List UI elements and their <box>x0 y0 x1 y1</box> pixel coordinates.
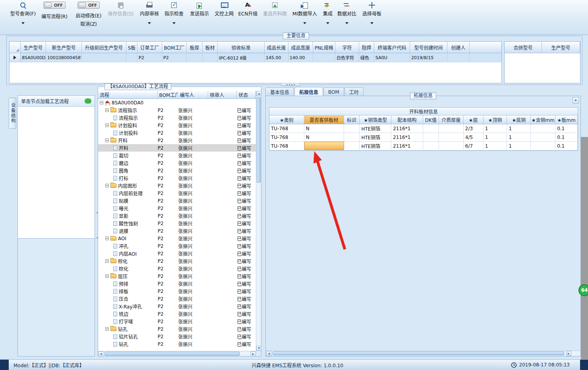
tree-row[interactable]: 层压 P2 张振兴 已编写 <box>98 272 256 280</box>
tree-row[interactable]: 内层AOI P2 张振兴 已编写 <box>98 250 256 257</box>
reselect-cut-drawing-button[interactable]: 重选开料图 <box>261 2 289 17</box>
material-column-header[interactable]: 是否客供板材 <box>304 116 344 124</box>
horizontal-splitter-handle[interactable] <box>280 83 300 86</box>
start-modify-button[interactable]: OFF 启动修改(E) 取消(Z) <box>73 2 104 27</box>
save-info-button[interactable]: 保存信息(S) <box>106 2 136 17</box>
tree-expander-icon[interactable] <box>105 184 109 187</box>
tree-node[interactable]: 钻孔 <box>98 326 158 332</box>
main-info-column-header[interactable]: 成品长度 <box>265 42 288 53</box>
material-cell[interactable]: 2116*1 <box>391 124 423 133</box>
tree-row[interactable]: 冲孔 P2 张振兴 已编写 <box>98 242 256 250</box>
tree-row[interactable]: 裁切 P2 张振兴 已编写 <box>98 152 256 159</box>
material-cell[interactable] <box>344 142 360 150</box>
tree-row[interactable]: 钻孔 P2 张振兴 已编写 <box>98 340 256 348</box>
tree-row[interactable]: 打标 P2 张振兴 已编写 <box>98 174 256 182</box>
tree-node[interactable]: 内层前处理 <box>98 190 158 197</box>
dropdown-arrow-icon[interactable] <box>172 22 176 26</box>
tree-node[interactable]: 排板 <box>98 288 158 295</box>
internal-audit-button[interactable]: 内部审核 <box>137 2 161 26</box>
cancel-button[interactable]: 取消(Z) <box>80 20 97 27</box>
detail-tab[interactable]: 拓展信息 <box>294 87 323 96</box>
dropdown-arrow-icon[interactable] <box>303 22 306 26</box>
tree-row[interactable]: 退膜 P2 张振兴 已编写 <box>98 227 256 235</box>
tab-list-dropdown[interactable] <box>573 97 579 104</box>
tree-vertical-scrollbar[interactable] <box>256 91 261 351</box>
doc-control-button[interactable]: 文控上网 <box>212 2 236 17</box>
tree-expander-icon[interactable] <box>105 259 109 263</box>
tree-row[interactable]: 铣边 P2 张振兴 已编写 <box>98 310 256 318</box>
tree-row[interactable]: 棕化 P2 张振兴 已编写 <box>98 265 256 272</box>
tree-column-header[interactable]: BOM工厂 <box>158 91 178 98</box>
start-modify-toggle[interactable]: OFF <box>77 2 100 9</box>
tree-node[interactable]: 圆角 <box>98 167 158 174</box>
tree-node[interactable]: 8SA0U00DA0 <box>98 100 158 106</box>
tree-node[interactable]: 开料 <box>98 145 158 151</box>
material-cell[interactable]: 4/5 <box>464 133 484 141</box>
main-info-column-header[interactable]: PNL规格 <box>313 42 335 53</box>
tree-node[interactable]: 压合 <box>98 295 158 302</box>
material-cell[interactable]: 1 <box>507 124 531 133</box>
tree-row[interactable]: X-Ray冲孔 P2 张振兴 已编写 <box>98 303 256 310</box>
device-structure-listbox[interactable] <box>18 107 95 239</box>
material-column-header[interactable]: 配本结构 <box>391 116 423 124</box>
material-cell[interactable] <box>531 133 555 141</box>
scroll-up-icon[interactable] <box>256 91 261 96</box>
tree-column-header[interactable]: 编写人 <box>178 91 208 98</box>
material-column-header[interactable]: 标识 <box>344 116 360 124</box>
tree-node[interactable]: 流程指示 <box>98 107 158 114</box>
tree-node[interactable]: 铝片钻孔 <box>98 333 158 340</box>
material-cell[interactable] <box>439 133 464 141</box>
material-column-header[interactable]: ★含铜mm <box>531 116 555 124</box>
material-column-header[interactable]: 介质厚度 <box>439 116 464 124</box>
instruction-check-button[interactable]: 指示检查 <box>162 2 186 26</box>
tree-row[interactable]: 酸性蚀刻 P2 张振兴 已编写 <box>98 220 256 227</box>
material-row[interactable]: TU-768 HTE铜箔 2116*1 6/7 1 1 0.1 <box>269 142 578 150</box>
material-cell[interactable]: TU-768 <box>269 124 304 133</box>
dropdown-arrow-icon[interactable] <box>21 22 25 26</box>
main-info-column-header[interactable]: 创建人 <box>447 42 470 53</box>
tree-node[interactable]: 铣边 <box>98 310 158 317</box>
material-column-header[interactable]: ★顶铜 <box>484 116 507 124</box>
tree-node[interactable]: 打标 <box>98 175 158 181</box>
tree-row[interactable]: AOI P2 张振兴 已编写 <box>98 235 256 242</box>
tree-row[interactable]: 钻孔 P2 张振兴 已编写 <box>98 325 256 333</box>
tree-expander-icon[interactable] <box>105 123 109 127</box>
tree-column-header[interactable]: 核审人 <box>208 91 237 98</box>
material-column-header[interactable]: ★铜箔类型 <box>360 116 391 124</box>
material-cell[interactable]: 2116*1 <box>391 133 423 141</box>
tree-row[interactable]: 内层图形 P2 张振兴 已编写 <box>98 182 256 189</box>
scrollbar-thumb[interactable] <box>257 97 261 183</box>
material-cell[interactable] <box>439 124 464 133</box>
material-cell[interactable]: HTE铜箔 <box>360 133 391 141</box>
tree-expander-icon[interactable] <box>105 139 109 142</box>
tree-column-header[interactable]: 状态 <box>237 91 256 98</box>
material-cell[interactable]: 0.1 <box>555 124 578 133</box>
material-cell[interactable]: 1 <box>484 133 507 141</box>
tree-node[interactable]: 贴膜 <box>98 197 158 204</box>
material-cell[interactable] <box>423 133 439 141</box>
tree-expander-icon[interactable] <box>105 237 109 240</box>
write-flow-button[interactable]: OFF 编写流程(R) <box>40 2 69 19</box>
main-info-column-header[interactable]: 型号创建时间 <box>410 42 447 53</box>
tree-row[interactable]: 流程指示 P2 张振兴 已编写 <box>98 114 256 121</box>
tree-column-header[interactable]: 流程 <box>98 91 158 98</box>
tree-node[interactable]: 退膜 <box>98 227 158 234</box>
select-all-corner[interactable] <box>10 42 21 53</box>
scroll-right-icon[interactable] <box>566 351 571 356</box>
tree-node[interactable]: 计划投料 <box>98 122 158 129</box>
ecn-upgrade-button[interactable]: ECN升级 <box>237 2 259 17</box>
tree-node[interactable]: 裁切 <box>98 152 158 159</box>
tree-node[interactable]: 内层图形 <box>98 182 158 189</box>
material-cell[interactable]: N <box>304 133 344 141</box>
tree-row[interactable]: 磨边 P2 张振兴 已编写 <box>98 159 256 167</box>
detail-tab[interactable]: 工时 <box>344 87 364 96</box>
material-cell[interactable] <box>531 124 555 133</box>
production-model-column-header[interactable]: 生产型号 <box>542 42 580 53</box>
main-info-column-header[interactable]: 生产型号 <box>21 42 46 53</box>
material-cell[interactable]: 2116*1 <box>391 142 423 150</box>
write-flow-toggle[interactable]: OFF <box>43 2 66 9</box>
tree-node[interactable]: 磨边 <box>98 160 158 166</box>
tree-node[interactable]: 显影 <box>98 212 158 219</box>
material-cell[interactable]: 0.1 <box>555 133 578 141</box>
tree-row[interactable]: 贴膜 P2 张振兴 已编写 <box>98 197 256 204</box>
